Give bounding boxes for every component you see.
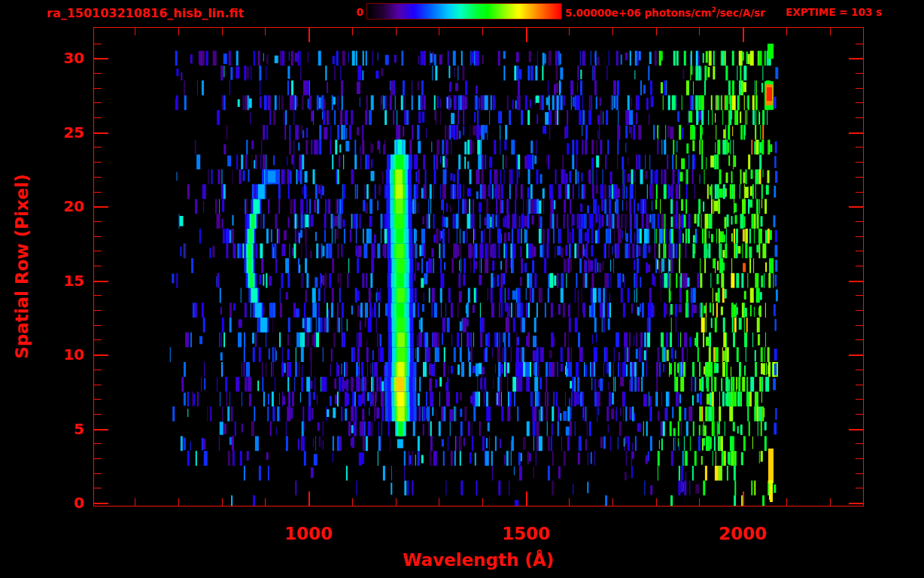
axis-tick (849, 354, 863, 356)
axis-tick (856, 488, 863, 488)
axis-tick (612, 28, 613, 35)
colorbar-max-prefix: 5.00000e+06 photons/cm (565, 7, 711, 19)
y-tick-label: 15 (30, 271, 84, 291)
y-tick-label: 30 (30, 48, 84, 68)
axis-tick (849, 281, 863, 282)
axis-tick (309, 491, 310, 506)
axis-tick (786, 28, 787, 35)
axis-tick (856, 162, 863, 163)
axis-tick (94, 488, 102, 488)
axis-tick (856, 325, 863, 326)
colorbar-max-suffix: /sec/A/sr (716, 7, 765, 19)
axis-tick (94, 132, 108, 134)
axis-tick (856, 192, 863, 193)
axis-tick (856, 458, 863, 459)
axis-tick (856, 399, 863, 400)
axis-tick (222, 28, 223, 35)
axis-tick (849, 58, 863, 59)
axis-tick (856, 339, 863, 340)
x-axis-title: Wavelength (Å) (93, 550, 863, 570)
y-tick-label: 5 (30, 419, 84, 439)
axis-tick (526, 491, 527, 506)
axis-tick (94, 102, 102, 103)
axis-tick (265, 498, 266, 506)
axis-tick (94, 162, 102, 163)
axis-tick (439, 498, 439, 506)
axis-tick (856, 44, 863, 44)
axis-tick (856, 295, 863, 296)
axis-tick (94, 310, 102, 311)
axis-tick (94, 443, 102, 444)
axis-tick (856, 385, 863, 385)
axis-tick (94, 295, 102, 296)
axis-tick (743, 28, 744, 42)
axis-tick (856, 443, 863, 444)
axis-tick (743, 491, 744, 506)
x-tick-label: 2000 (698, 524, 788, 543)
colorbar-gradient (366, 3, 562, 20)
axis-tick (94, 251, 102, 251)
axis-tick (265, 28, 266, 35)
axis-tick (352, 498, 353, 506)
axis-tick (178, 28, 179, 35)
y-axis-title: Spatial Row (Pixel) (11, 41, 33, 492)
axis-tick (856, 177, 863, 178)
axis-tick (178, 498, 179, 506)
axis-tick (94, 385, 102, 385)
axis-tick (856, 236, 863, 237)
axis-tick (699, 28, 700, 35)
axis-tick (856, 473, 863, 474)
axis-tick (830, 28, 831, 35)
axis-tick (569, 498, 570, 506)
axis-tick (309, 28, 310, 42)
axis-tick (135, 498, 135, 506)
axis-tick (482, 498, 483, 506)
axis-tick (439, 28, 439, 35)
axis-tick (94, 117, 102, 118)
axis-tick (396, 28, 397, 35)
axis-tick (94, 429, 108, 430)
axis-tick (656, 498, 657, 506)
spectral-image-viewer: ra_150103210816_hisb_lin.fit 0 5.00000e+… (0, 0, 924, 578)
colorbar-max-label: 5.00000e+06 photons/cm2/sec/A/sr (565, 6, 765, 19)
plot-frame (93, 27, 864, 507)
axis-tick (786, 498, 787, 506)
axis-tick (699, 498, 700, 506)
axis-tick (94, 73, 102, 74)
axis-tick (849, 429, 863, 430)
axis-tick (856, 310, 863, 311)
axis-tick (94, 44, 102, 44)
axis-tick (856, 414, 863, 415)
axis-tick (656, 28, 657, 35)
axis-tick (856, 147, 863, 148)
exptime-label: EXPTIME = 103 s (786, 6, 882, 18)
axis-tick (94, 281, 108, 282)
x-tick-label: 1000 (263, 524, 354, 543)
axis-tick (526, 28, 527, 42)
axis-tick (569, 28, 570, 35)
axis-tick (849, 132, 863, 134)
axis-tick (856, 266, 863, 266)
axis-tick (856, 102, 863, 103)
axis-tick (94, 354, 108, 356)
axis-tick (94, 147, 102, 148)
axis-tick (482, 28, 483, 35)
axis-tick (94, 325, 102, 326)
axis-tick (222, 498, 223, 506)
axis-tick (94, 58, 108, 59)
axis-tick (94, 88, 102, 89)
axis-tick (856, 88, 863, 89)
colorbar-min-label: 0 (335, 6, 363, 18)
axis-tick (856, 370, 863, 370)
axis-tick (94, 458, 102, 459)
axis-tick (856, 251, 863, 251)
axis-tick (94, 266, 102, 266)
axis-tick (856, 73, 863, 74)
axis-tick (352, 28, 353, 35)
axis-tick (94, 236, 102, 237)
x-tick-label: 1500 (481, 524, 571, 543)
y-tick-label: 10 (30, 345, 84, 364)
axis-tick (856, 117, 863, 118)
axis-tick (396, 498, 397, 506)
y-tick-label: 0 (30, 493, 84, 513)
